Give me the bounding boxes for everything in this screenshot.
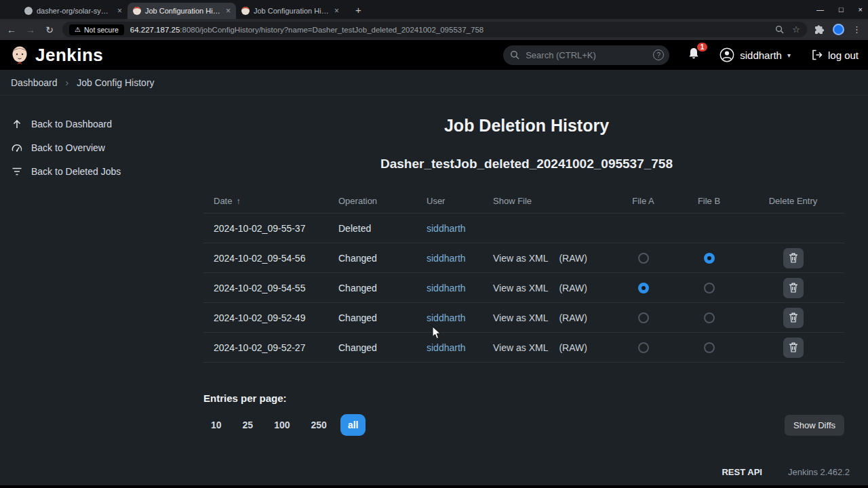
show-diffs-button[interactable]: Show Diffs [785, 415, 844, 436]
logout-icon [811, 49, 823, 61]
file-a-radio[interactable] [638, 312, 649, 323]
user-link[interactable]: siddharth [427, 253, 466, 264]
logout-button[interactable]: log out [811, 49, 859, 61]
row-date: 2024-10-02_09-54-55 [203, 283, 328, 293]
help-icon[interactable]: ? [653, 49, 664, 60]
file-b-radio[interactable] [704, 253, 715, 264]
breadcrumb-chevron-icon: › [66, 77, 69, 88]
browser-tab-1[interactable]: dasher-org/solar-system - sola × [19, 3, 127, 19]
file-b-radio[interactable] [704, 342, 715, 353]
chevron-down-icon: ▾ [787, 52, 791, 59]
reload-button[interactable]: ↻ [43, 24, 56, 35]
browser-profile-avatar[interactable] [833, 24, 844, 35]
delete-entry-button[interactable] [783, 278, 804, 298]
window-maximize-button[interactable]: □ [839, 5, 844, 14]
history-table: Date ↑ Operation User Show File File A F… [203, 189, 844, 363]
sidebar-item-back-to-deleted-jobs[interactable]: Back to Deleted Jobs [11, 159, 197, 183]
header-file-a: File A [610, 196, 676, 206]
row-operation: Changed [328, 253, 416, 264]
tab-close-icon[interactable]: × [116, 6, 123, 16]
file-b-radio[interactable] [704, 283, 715, 293]
jenkins-favicon-icon [241, 7, 250, 15]
delete-entry-button[interactable] [783, 308, 804, 328]
table-row: 2024-10-02_09-52-27 Changed siddharth Vi… [203, 333, 844, 363]
user-link[interactable]: siddharth [427, 283, 466, 293]
brand-title: Jenkins [35, 45, 103, 66]
user-link[interactable]: siddharth [427, 342, 466, 353]
main-panel: Job Deletion History Dasher_testJob_dele… [197, 96, 868, 436]
search-icon[interactable] [775, 25, 784, 34]
raw-link[interactable]: (RAW) [559, 283, 587, 293]
user-menu[interactable]: siddharth ▾ [719, 47, 791, 62]
entries-option-10[interactable]: 10 [203, 414, 229, 436]
breadcrumb-job-config-history[interactable]: Job Config History [77, 77, 154, 88]
row-operation: Deleted [328, 223, 416, 234]
window-minimize-button[interactable]: — [816, 5, 824, 14]
url-text: 64.227.187.25:8080/jobConfigHistory/hist… [130, 26, 484, 34]
browser-tab-3[interactable]: Job Configuration History | Jen × [236, 3, 344, 19]
window-close-button[interactable]: × [859, 5, 863, 14]
file-a-radio[interactable] [638, 253, 649, 264]
raw-link[interactable]: (RAW) [559, 342, 587, 353]
sidebar-item-back-to-overview[interactable]: Back to Overview [11, 136, 197, 159]
file-b-radio[interactable] [704, 312, 715, 323]
file-a-radio[interactable] [638, 342, 649, 353]
view-as-xml-link[interactable]: View as XML [493, 283, 548, 293]
entries-option-all[interactable]: all [340, 414, 366, 436]
breadcrumb-dashboard[interactable]: Dashboard [11, 77, 58, 88]
jenkins-favicon-icon [133, 7, 141, 15]
sidebar-item-back-to-dashboard[interactable]: Back to Dashboard [11, 112, 197, 136]
header-date[interactable]: Date ↑ [203, 196, 328, 206]
url-host: 64.227.187.25 [130, 26, 180, 34]
notification-badge: 1 [697, 43, 708, 52]
user-link[interactable]: siddharth [427, 312, 466, 323]
url-bar[interactable]: ⚠ Not secure 64.227.187.25:8080/jobConfi… [62, 22, 807, 37]
entries-option-250[interactable]: 250 [304, 414, 334, 436]
file-a-radio[interactable] [638, 283, 649, 293]
view-as-xml-link[interactable]: View as XML [493, 312, 548, 323]
warning-icon: ⚠ [75, 26, 81, 33]
entries-option-25[interactable]: 25 [235, 414, 261, 436]
table-header-row: Date ↑ Operation User Show File File A F… [203, 189, 844, 214]
row-operation: Changed [328, 312, 416, 323]
filter-icon [11, 165, 23, 178]
header-file-b: File B [676, 196, 742, 206]
logout-label: log out [828, 49, 859, 61]
row-date: 2024-10-02_09-55-37 [203, 223, 328, 234]
view-as-xml-link[interactable]: View as XML [493, 342, 548, 353]
tab-close-icon[interactable]: × [333, 6, 340, 16]
entries-option-100[interactable]: 100 [267, 414, 297, 436]
page-title: Job Deletion History [203, 116, 850, 136]
delete-entry-button[interactable] [783, 248, 804, 268]
bookmark-star-icon[interactable]: ☆ [792, 24, 800, 35]
pagination: Entries per page: 10 25 100 250 all [203, 392, 366, 436]
view-as-xml-link[interactable]: View as XML [493, 253, 548, 264]
bottom-strip [0, 485, 868, 488]
raw-link[interactable]: (RAW) [559, 253, 587, 264]
delete-entry-button[interactable] [783, 338, 804, 358]
browser-menu-icon[interactable]: ⋮ [852, 24, 861, 35]
security-badge[interactable]: ⚠ Not secure [69, 24, 124, 35]
browser-tab-2[interactable]: Job Configuration History [Jen × [127, 3, 236, 19]
search-input[interactable] [524, 49, 648, 61]
tab-close-icon[interactable]: × [224, 6, 232, 16]
header-operation: Operation [328, 196, 416, 206]
jenkins-home-link[interactable]: Jenkins [9, 44, 103, 66]
search-icon [510, 50, 519, 60]
rest-api-link[interactable]: REST API [722, 467, 762, 477]
search-box[interactable]: ? [503, 45, 669, 65]
forward-button[interactable]: → [24, 24, 37, 35]
row-operation: Changed [328, 342, 416, 353]
window-controls: — □ × [816, 0, 863, 19]
repo-favicon-icon [24, 7, 33, 15]
new-tab-button[interactable]: + [351, 4, 366, 16]
sort-ascending-icon: ↑ [236, 197, 240, 206]
back-button[interactable]: ← [5, 24, 18, 35]
trash-icon [789, 253, 798, 263]
raw-link[interactable]: (RAW) [559, 312, 587, 323]
extensions-puzzle-icon[interactable] [814, 24, 825, 35]
browser-toolbar: ← → ↻ ⚠ Not secure 64.227.187.25:8080/jo… [0, 19, 868, 40]
job-name-subtitle: Dasher_testJob_deleted_20241002_095537_7… [203, 157, 850, 171]
notifications-button[interactable]: 1 [687, 47, 701, 63]
user-link[interactable]: siddharth [427, 223, 466, 234]
